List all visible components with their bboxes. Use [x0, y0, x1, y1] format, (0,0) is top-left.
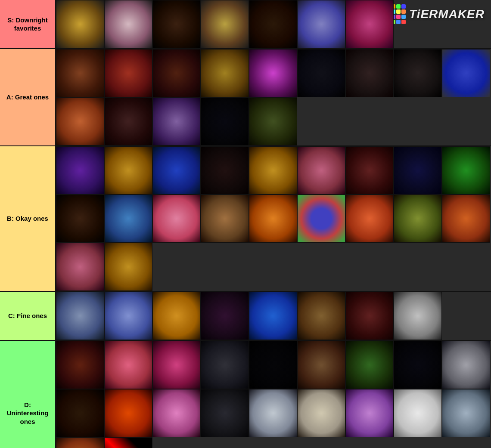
- list-item: [345, 341, 394, 389]
- list-item: [249, 195, 297, 243]
- list-item: [104, 437, 152, 448]
- list-item: [394, 146, 442, 195]
- list-item: [56, 195, 104, 243]
- list-item: [56, 146, 104, 195]
- list-item: [201, 146, 249, 195]
- list-item: [249, 292, 297, 340]
- list-item: [345, 146, 394, 195]
- list-item: [104, 49, 152, 97]
- list-item: [56, 389, 104, 437]
- list-item: [345, 49, 394, 97]
- list-item: [201, 341, 249, 389]
- tier-row-a: A: Great ones: [0, 49, 491, 146]
- list-item: [152, 0, 201, 48]
- list-item: [152, 195, 201, 243]
- list-item: [297, 146, 345, 195]
- list-item: [201, 97, 249, 145]
- list-item: [56, 0, 104, 48]
- list-item: [104, 292, 152, 340]
- tier-row-c: C: Fine ones: [0, 292, 491, 341]
- list-item: [345, 292, 394, 340]
- list-item: [297, 49, 345, 97]
- list-item: [297, 0, 345, 48]
- tier-content-d: [55, 341, 491, 448]
- list-item: [297, 341, 345, 389]
- list-item: [201, 49, 249, 97]
- list-item: [345, 0, 394, 48]
- list-item: [104, 341, 152, 389]
- logo-text: TiERMAKER: [409, 7, 485, 21]
- tier-row-b: B: Okay ones: [0, 146, 491, 292]
- list-item: [104, 97, 152, 145]
- list-item: [394, 49, 442, 97]
- list-item: [104, 389, 152, 437]
- list-item: [152, 146, 201, 195]
- list-item: [249, 0, 297, 48]
- tiermaker-logo: TiERMAKER: [386, 4, 485, 24]
- list-item: [442, 49, 490, 97]
- list-item: [152, 97, 201, 145]
- list-item: [104, 0, 152, 48]
- list-item: [56, 97, 104, 145]
- list-item: [345, 195, 394, 243]
- list-item: [394, 195, 442, 243]
- list-item: [56, 292, 104, 340]
- list-item: [297, 389, 345, 437]
- tier-label-c: C: Fine ones: [0, 292, 55, 340]
- list-item: [56, 341, 104, 389]
- list-item: [56, 243, 104, 291]
- list-item: [249, 389, 297, 437]
- tier-label-b: B: Okay ones: [0, 146, 55, 291]
- list-item: [56, 437, 104, 448]
- list-item: [152, 49, 201, 97]
- list-item: [297, 292, 345, 340]
- list-item: [201, 195, 249, 243]
- tier-content-b: [55, 146, 491, 291]
- list-item: [442, 341, 490, 389]
- list-item: [201, 389, 249, 437]
- list-item: [345, 389, 394, 437]
- list-item: [104, 243, 152, 291]
- list-item: [442, 146, 490, 195]
- list-item: [394, 341, 442, 389]
- list-item: [442, 195, 490, 243]
- list-item: [104, 146, 152, 195]
- list-item: [201, 0, 249, 48]
- list-item: [152, 389, 201, 437]
- tier-label-a: A: Great ones: [0, 49, 55, 145]
- list-item: [297, 195, 345, 243]
- tier-label-s: S: Downright favorites: [0, 0, 55, 48]
- tier-label-d: D: Uninteresting ones: [0, 341, 55, 448]
- tier-row-d: D: Uninteresting ones: [0, 341, 491, 448]
- tier-content-a: [55, 49, 491, 145]
- list-item: [152, 292, 201, 340]
- list-item: [152, 341, 201, 389]
- list-item: [394, 292, 442, 340]
- list-item: [249, 146, 297, 195]
- list-item: [104, 195, 152, 243]
- list-item: [201, 292, 249, 340]
- list-item: [56, 49, 104, 97]
- tier-table: S: Downright favorites A: Great ones: [0, 0, 491, 448]
- list-item: [442, 389, 490, 437]
- list-item: [249, 97, 297, 145]
- list-item: [249, 49, 297, 97]
- list-item: [249, 341, 297, 389]
- list-item: [394, 389, 442, 437]
- tier-content-c: [55, 292, 491, 340]
